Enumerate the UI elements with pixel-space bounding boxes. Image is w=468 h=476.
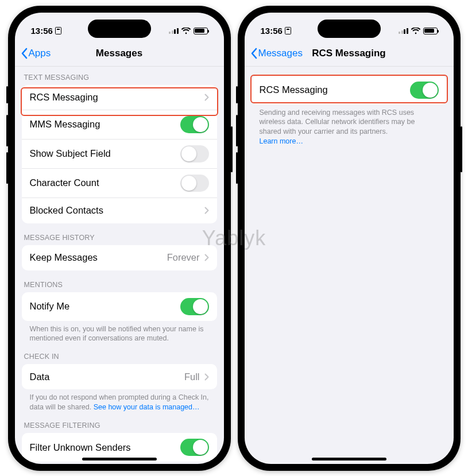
section-header-filtering: MESSAGE FILTERING [15, 415, 224, 433]
wifi-icon [411, 28, 420, 34]
row-value: Full [184, 371, 200, 382]
row-show-subject: Show Subject Field [22, 140, 217, 169]
footer-text-part: Sending and receiving messages with RCS … [260, 109, 415, 136]
toggle-char-count[interactable] [180, 175, 209, 192]
back-label: Apps [29, 48, 51, 59]
navigation-bar: Apps Messages [15, 41, 224, 67]
group-check-in: Data Full [22, 364, 217, 389]
home-indicator[interactable] [312, 458, 386, 460]
row-label: MMS Messaging [30, 119, 100, 130]
row-label: Notify Me [30, 301, 70, 312]
group-message-history: Keep Messages Forever [22, 245, 217, 270]
back-button[interactable]: Apps [21, 48, 51, 59]
dynamic-island [88, 20, 151, 38]
home-indicator[interactable] [82, 458, 157, 460]
battery-icon [423, 28, 438, 34]
battery-icon [194, 28, 208, 34]
toggle-subject[interactable] [180, 145, 209, 162]
group-rcs: RCS Messaging [252, 76, 447, 105]
chevron-right-icon [204, 207, 209, 214]
section-header-check-in: CHECK IN [15, 346, 224, 364]
cellular-signal-icon [399, 28, 408, 34]
footer-check-in: If you do not respond when prompted duri… [15, 389, 224, 415]
toggle-mms[interactable] [180, 116, 209, 133]
footer-mentions: When this is on, you will be notified wh… [15, 321, 224, 346]
row-rcs-messaging[interactable]: RCS Messaging [22, 85, 217, 110]
row-label: RCS Messaging [260, 84, 328, 95]
row-label: Filter Unknown Senders [30, 442, 131, 453]
row-label: Character Count [30, 177, 99, 188]
chevron-right-icon [204, 254, 209, 261]
dynamic-island [318, 20, 381, 38]
row-label: Keep Messages [30, 252, 98, 263]
link-data-managed[interactable]: See how your data is managed… [94, 403, 200, 411]
row-value: Forever [167, 252, 200, 263]
row-mms-messaging: MMS Messaging [22, 110, 217, 140]
row-notify-me: Notify Me [22, 292, 217, 321]
row-character-count: Character Count [22, 169, 217, 198]
sim-card-icon [55, 27, 61, 34]
phone-frame-right: 13:56 Messages RCS Messaging [238, 6, 461, 471]
phone-frame-left: 13:56 Apps Messages TEX [8, 6, 231, 471]
section-header-text-messaging: TEXT MESSAGING [15, 67, 224, 85]
back-label: Messages [258, 48, 303, 59]
toggle-rcs[interactable] [410, 82, 439, 99]
row-label: Blocked Contacts [30, 205, 103, 216]
row-check-in-data[interactable]: Data Full [22, 364, 217, 389]
section-header-message-history: MESSAGE HISTORY [15, 223, 224, 245]
row-blocked-contacts[interactable]: Blocked Contacts [22, 198, 217, 223]
link-learn-more[interactable]: Learn more… [260, 137, 303, 145]
row-label: Show Subject Field [30, 148, 111, 159]
status-time: 13:56 [261, 26, 283, 36]
toggle-notify[interactable] [180, 298, 209, 315]
toggle-filter-unknown[interactable] [180, 439, 209, 456]
section-header-mentions: MENTIONS [15, 270, 224, 292]
wifi-icon [181, 28, 191, 34]
row-label: Data [30, 371, 50, 382]
navigation-bar: Messages RCS Messaging [245, 41, 454, 67]
group-mentions: Notify Me [22, 292, 217, 321]
footer-rcs: Sending and receiving messages with RCS … [245, 105, 454, 149]
status-time: 13:56 [31, 26, 53, 36]
row-label: RCS Messaging [30, 92, 98, 103]
sim-card-icon [285, 27, 291, 34]
cellular-signal-icon [169, 28, 179, 34]
chevron-right-icon [204, 373, 209, 381]
row-keep-messages[interactable]: Keep Messages Forever [22, 245, 217, 270]
footer-filtering: Sort messages from people who are not in… [15, 462, 224, 464]
back-button[interactable]: Messages [250, 48, 303, 59]
row-rcs-messaging-toggle: RCS Messaging [252, 76, 447, 105]
group-text-messaging: RCS Messaging MMS Messaging Show Subject… [22, 85, 217, 223]
chevron-right-icon [204, 94, 209, 101]
